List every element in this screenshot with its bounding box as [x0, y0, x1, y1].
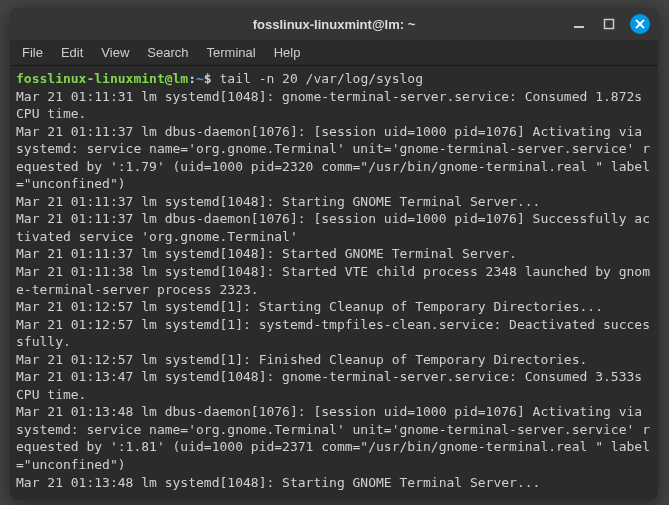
window-controls: [570, 8, 650, 40]
window-title: fosslinux-linuxmint@lm: ~: [253, 17, 416, 32]
terminal-output[interactable]: fosslinux-linuxmint@lm:~$ tail -n 20 /va…: [10, 66, 658, 500]
log-line: Mar 21 01:11:37 lm systemd[1048]: Starte…: [16, 246, 517, 261]
menu-help[interactable]: Help: [274, 45, 301, 60]
prompt-sep1: :: [188, 71, 196, 86]
close-icon: [635, 19, 645, 29]
prompt-user: fosslinux-linuxmint@lm: [16, 71, 188, 86]
close-button[interactable]: [630, 14, 650, 34]
log-line: Mar 21 01:11:38 lm systemd[1048]: Starte…: [16, 264, 650, 297]
minimize-icon: [573, 18, 585, 30]
log-line: Mar 21 01:13:47 lm systemd[1048]: gnome-…: [16, 369, 650, 402]
maximize-button[interactable]: [600, 15, 618, 33]
log-line: Mar 21 01:11:37 lm systemd[1048]: Starti…: [16, 194, 540, 209]
menu-view[interactable]: View: [101, 45, 129, 60]
svg-rect-1: [605, 20, 614, 29]
command-text: tail -n 20 /var/log/syslog: [220, 71, 424, 86]
minimize-button[interactable]: [570, 15, 588, 33]
menu-terminal[interactable]: Terminal: [207, 45, 256, 60]
menubar: File Edit View Search Terminal Help: [10, 40, 658, 66]
log-line: Mar 21 01:11:37 lm dbus-daemon[1076]: [s…: [16, 124, 650, 192]
log-line: Mar 21 01:11:31 lm systemd[1048]: gnome-…: [16, 89, 650, 122]
prompt-path: ~: [196, 71, 204, 86]
log-line: Mar 21 01:13:48 lm dbus-daemon[1076]: [s…: [16, 404, 650, 472]
prompt-sep2: $: [204, 71, 220, 86]
terminal-window: fosslinux-linuxmint@lm: ~ File Edit View…: [10, 8, 658, 500]
menu-edit[interactable]: Edit: [61, 45, 83, 60]
titlebar: fosslinux-linuxmint@lm: ~: [10, 8, 658, 40]
svg-rect-0: [574, 26, 584, 28]
menu-search[interactable]: Search: [147, 45, 188, 60]
log-line: Mar 21 01:13:48 lm systemd[1048]: Starti…: [16, 475, 540, 490]
log-line: Mar 21 01:12:57 lm systemd[1]: Finished …: [16, 352, 587, 367]
maximize-icon: [603, 18, 615, 30]
log-line: Mar 21 01:11:37 lm dbus-daemon[1076]: [s…: [16, 211, 650, 244]
log-line: Mar 21 01:12:57 lm systemd[1]: systemd-t…: [16, 317, 650, 350]
menu-file[interactable]: File: [22, 45, 43, 60]
log-line: Mar 21 01:12:57 lm systemd[1]: Starting …: [16, 299, 603, 314]
